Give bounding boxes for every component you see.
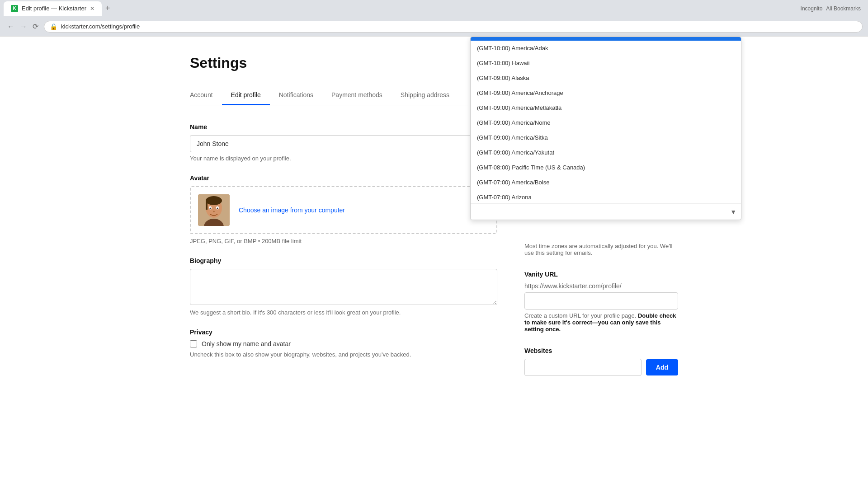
- privacy-hint: Uncheck this box to also show your biogr…: [190, 351, 497, 358]
- bio-section: Biography We suggest a short bio. If it'…: [190, 257, 497, 316]
- right-panel: (GMT-10:00) America/Adak(GMT-10:00) Hawa…: [497, 55, 678, 390]
- bio-label: Biography: [190, 257, 497, 264]
- browser-top-bar: ← → ⟳ 🔒: [0, 17, 868, 36]
- incognito-area: Incognito All Bookmarks: [797, 2, 864, 15]
- timezone-list[interactable]: (GMT-10:00) America/Adak(GMT-10:00) Hawa…: [471, 41, 741, 203]
- svg-point-7: [210, 208, 211, 209]
- privacy-checkbox-label[interactable]: Only show my name and avatar: [202, 340, 291, 347]
- tab-notifications[interactable]: Notifications: [270, 86, 322, 105]
- tab-shipping-address[interactable]: Shipping address: [392, 86, 458, 105]
- avatar-preview: [198, 194, 230, 226]
- lock-icon: 🔒: [50, 23, 57, 30]
- tab-account[interactable]: Account: [190, 86, 222, 105]
- nav-controls: ← → ⟳: [5, 20, 40, 33]
- tab-edit-profile[interactable]: Edit profile: [222, 86, 270, 105]
- websites-row: Add: [524, 359, 678, 376]
- privacy-checkbox-row: Only show my name and avatar: [190, 340, 497, 347]
- bio-textarea[interactable]: [190, 269, 497, 305]
- timezone-search-row: ▼: [471, 203, 741, 220]
- timezone-item[interactable]: (GMT-09:00) Alaska: [471, 70, 741, 85]
- reload-button[interactable]: ⟳: [31, 20, 40, 33]
- svg-point-2: [206, 196, 222, 205]
- tab-title: Edit profile — Kickstarter: [22, 5, 86, 12]
- privacy-section: Privacy Only show my name and avatar Unc…: [190, 328, 497, 358]
- timezone-item[interactable]: (GMT-07:00) Arizona: [471, 190, 741, 203]
- timezone-item[interactable]: (GMT-10:00) America/Adak: [471, 41, 741, 56]
- name-label: Name: [190, 123, 497, 131]
- vanity-hint-normal: Create a custom URL for your profile pag…: [524, 312, 636, 319]
- bookmarks-label: All Bookmarks: [826, 5, 861, 12]
- incognito-label: Incognito: [801, 5, 823, 12]
- name-section: Name Your name is displayed on your prof…: [190, 123, 497, 162]
- tab-bar: K Edit profile — Kickstarter ✕ + Incogni…: [0, 0, 868, 17]
- vanity-url-input[interactable]: [524, 292, 678, 310]
- forward-button[interactable]: →: [18, 21, 29, 33]
- timezone-dropdown: (GMT-10:00) America/Adak(GMT-10:00) Hawa…: [470, 37, 741, 220]
- avatar-upload-link[interactable]: Choose an image from your computer: [239, 206, 345, 214]
- back-button[interactable]: ←: [5, 21, 16, 33]
- vanity-hint: Create a custom URL for your profile pag…: [524, 312, 678, 333]
- bio-hint: We suggest a short bio. If it's 300 char…: [190, 309, 497, 316]
- timezone-item[interactable]: (GMT-09:00) America/Anchorage: [471, 85, 741, 100]
- vanity-url-label: Vanity URL: [524, 271, 678, 278]
- tab-favicon: K: [11, 5, 18, 12]
- address-bar-wrap: 🔒: [44, 21, 863, 33]
- timezone-item[interactable]: (GMT-08:00) Pacific Time (US & Canada): [471, 160, 741, 175]
- name-input[interactable]: [190, 135, 497, 152]
- page-title: Settings: [190, 55, 497, 71]
- tab-close-button[interactable]: ✕: [90, 5, 94, 12]
- timezone-item[interactable]: (GMT-09:00) America/Yakutat: [471, 145, 741, 160]
- name-hint: Your name is displayed on your profile.: [190, 155, 497, 162]
- page-content: Settings Account Edit profile Notificati…: [163, 37, 705, 408]
- timezone-hint-section: Most time zones are automatically adjust…: [524, 243, 678, 256]
- browser-chrome: K Edit profile — Kickstarter ✕ + Incogni…: [0, 0, 868, 37]
- tab-payment-methods[interactable]: Payment methods: [322, 86, 392, 105]
- timezone-item[interactable]: (GMT-10:00) Hawaii: [471, 56, 741, 70]
- timezone-overlay: (GMT-10:00) America/Adak(GMT-10:00) Hawa…: [470, 37, 741, 220]
- avatar-hint: JPEG, PNG, GIF, or BMP • 200MB file limi…: [190, 238, 497, 244]
- timezone-header: [471, 37, 741, 41]
- svg-rect-3: [206, 201, 208, 210]
- settings-tabs: Account Edit profile Notifications Payme…: [190, 86, 497, 105]
- websites-section: Websites Add: [524, 347, 678, 376]
- websites-label: Websites: [524, 347, 678, 354]
- vanity-url-prefix: https://www.kickstarter.com/profile/: [524, 282, 678, 290]
- new-tab-button[interactable]: +: [102, 0, 114, 17]
- browser-tab-active[interactable]: K Edit profile — Kickstarter ✕: [4, 1, 102, 16]
- vanity-url-section: Vanity URL https://www.kickstarter.com/p…: [524, 271, 678, 333]
- avatar-upload-area: Choose an image from your computer: [190, 186, 497, 234]
- privacy-label: Privacy: [190, 328, 497, 336]
- svg-point-9: [213, 211, 215, 212]
- address-bar-input[interactable]: [61, 23, 857, 30]
- left-panel: Settings Account Edit profile Notificati…: [190, 55, 497, 390]
- timezone-item[interactable]: (GMT-09:00) America/Sitka: [471, 130, 741, 145]
- timezone-item[interactable]: (GMT-09:00) America/Nome: [471, 115, 741, 130]
- website-input[interactable]: [524, 359, 642, 376]
- timezone-search-input[interactable]: [475, 206, 730, 217]
- avatar-section: Avatar: [190, 174, 497, 244]
- timezone-hint: Most time zones are automatically adjust…: [524, 243, 678, 256]
- privacy-checkbox[interactable]: [190, 340, 197, 347]
- add-website-button[interactable]: Add: [646, 359, 678, 375]
- svg-point-8: [217, 208, 218, 209]
- avatar-label: Avatar: [190, 174, 497, 182]
- search-icon: ▼: [730, 208, 736, 216]
- timezone-item[interactable]: (GMT-09:00) America/Metlakatla: [471, 100, 741, 115]
- timezone-item[interactable]: (GMT-07:00) America/Boise: [471, 175, 741, 190]
